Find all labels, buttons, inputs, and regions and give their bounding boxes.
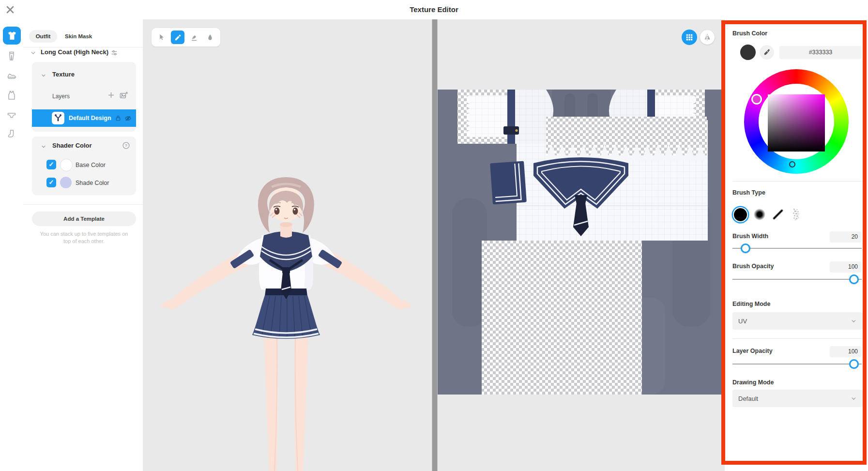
brush-width-value[interactable]: 20 xyxy=(830,231,862,243)
grid-icon xyxy=(685,33,694,42)
model-viewport[interactable] xyxy=(143,19,432,471)
brush-opacity-label: Brush Opacity xyxy=(732,263,774,270)
brush-opacity-slider[interactable] xyxy=(732,274,862,284)
editing-mode-label: Editing Mode xyxy=(732,301,770,307)
shader-color-card: Shader Color ? Base Color Shade Color xyxy=(32,137,136,195)
color-wheel[interactable] xyxy=(744,69,849,174)
layer-thumbnail xyxy=(51,111,65,125)
shader-card-title: Shader Color xyxy=(52,142,92,149)
uv-texture-map[interactable] xyxy=(438,90,725,395)
import-image-icon[interactable] xyxy=(119,91,128,100)
category-toolbar xyxy=(0,19,24,471)
item-settings-icon[interactable] xyxy=(110,49,118,57)
brush-type-soft[interactable] xyxy=(751,206,768,223)
shade-color-swatch[interactable] xyxy=(60,177,72,188)
uv-symmetry-button[interactable] xyxy=(700,30,715,45)
shade-color-label: Shade Color xyxy=(76,180,109,186)
brush-color-title: Brush Color xyxy=(732,30,767,37)
chevron-down-icon[interactable] xyxy=(41,144,46,150)
slider-track[interactable] xyxy=(732,248,862,249)
brush-type-round[interactable] xyxy=(732,206,748,223)
brush-opacity-value[interactable]: 100 xyxy=(830,261,862,273)
base-color-label: Base Color xyxy=(76,162,106,168)
mirror-icon xyxy=(703,33,712,42)
viewport-splitter[interactable] xyxy=(432,19,438,471)
slider-thumb[interactable] xyxy=(741,243,750,253)
layer-name: Default Design xyxy=(69,115,114,122)
brush-icon xyxy=(174,33,182,42)
lock-icon[interactable] xyxy=(114,114,122,122)
saturation-value-square[interactable] xyxy=(768,94,825,152)
stroke-brush-icon xyxy=(772,208,784,221)
fill-tool-button[interactable] xyxy=(203,30,217,44)
chevron-down-icon[interactable] xyxy=(30,50,36,56)
category-tops-button[interactable] xyxy=(3,27,21,45)
section-divider xyxy=(732,181,863,182)
help-icon[interactable]: ? xyxy=(122,141,130,150)
slider-thumb[interactable] xyxy=(849,359,859,369)
brush-type-title: Brush Type xyxy=(732,189,765,196)
add-layer-button[interactable] xyxy=(107,91,115,99)
tab-skin-mask[interactable]: Skin Mask xyxy=(65,30,92,43)
brush-type-texture[interactable] xyxy=(788,206,805,223)
base-color-checkbox[interactable] xyxy=(46,160,56,169)
texture-brush-icon xyxy=(791,208,802,221)
category-inner-top-button[interactable] xyxy=(6,90,17,101)
brush-width-label: Brush Width xyxy=(732,233,768,240)
chevron-down-icon[interactable] xyxy=(41,73,46,78)
section-divider xyxy=(732,338,863,339)
saturation-value-knob[interactable] xyxy=(789,161,795,167)
brush-color-hex-input[interactable]: #333333 xyxy=(779,46,862,59)
base-color-swatch[interactable] xyxy=(60,159,73,171)
layer-opacity-value[interactable]: 100 xyxy=(830,346,862,357)
brush-tool-button[interactable] xyxy=(171,30,184,44)
drawing-mode-value: Default xyxy=(738,395,758,402)
shirt-icon xyxy=(6,30,18,42)
slider-thumb[interactable] xyxy=(849,274,859,284)
slider-track[interactable] xyxy=(732,279,862,280)
eyedropper-icon xyxy=(763,48,771,56)
uv-grid-toggle-button[interactable] xyxy=(682,30,697,45)
layer-row[interactable]: Default Design xyxy=(32,109,136,127)
round-brush-icon xyxy=(734,208,747,221)
marker-icon xyxy=(190,33,198,42)
eye-off-icon[interactable] xyxy=(124,114,132,122)
drawing-mode-select[interactable]: Default xyxy=(732,390,863,407)
category-bottoms-button[interactable] xyxy=(6,50,17,62)
character-render xyxy=(143,19,432,471)
layer-opacity-slider[interactable] xyxy=(732,359,862,369)
texture-card-title: Texture xyxy=(52,71,75,78)
eyedropper-button[interactable] xyxy=(760,45,774,60)
editing-mode-select[interactable]: UV xyxy=(732,312,863,330)
texture-card: Texture Layers Default Design xyxy=(32,62,136,132)
tabs-divider xyxy=(23,47,143,47)
tab-outfit[interactable]: Outfit xyxy=(29,30,57,43)
viewport-toolbar xyxy=(152,28,220,46)
brush-color-swatch[interactable] xyxy=(740,45,756,60)
brush-width-slider[interactable] xyxy=(732,243,862,253)
layers-label: Layers xyxy=(52,93,70,100)
chevron-down-icon xyxy=(851,395,857,402)
drawing-mode-label: Drawing Mode xyxy=(732,379,774,386)
soft-brush-icon xyxy=(754,209,765,220)
slider-track[interactable] xyxy=(732,364,862,365)
category-inner-bottom-button[interactable] xyxy=(6,109,17,121)
hue-knob[interactable] xyxy=(751,94,762,105)
tank-top-icon xyxy=(6,90,17,101)
chevron-down-icon xyxy=(851,318,857,324)
layer-opacity-label: Layer Opacity xyxy=(732,348,773,354)
item-selector[interactable]: Long Coat (High Neck) xyxy=(41,48,108,57)
shade-color-checkbox[interactable] xyxy=(46,178,56,187)
panel-divider xyxy=(23,204,143,205)
category-shoes-button[interactable] xyxy=(6,70,17,81)
editing-mode-value: UV xyxy=(738,318,747,325)
shoe-icon xyxy=(6,70,17,81)
pants-icon xyxy=(6,50,17,62)
brush-type-stroke[interactable] xyxy=(770,206,786,223)
add-template-button[interactable]: Add a Template xyxy=(32,212,136,226)
category-legwear-button[interactable] xyxy=(6,128,17,140)
marker-tool-button[interactable] xyxy=(187,30,201,44)
close-icon[interactable] xyxy=(5,5,15,15)
select-tool-button[interactable] xyxy=(155,30,168,44)
texture-editor-window: Texture Editor Outfit Skin Mask xyxy=(0,0,868,471)
